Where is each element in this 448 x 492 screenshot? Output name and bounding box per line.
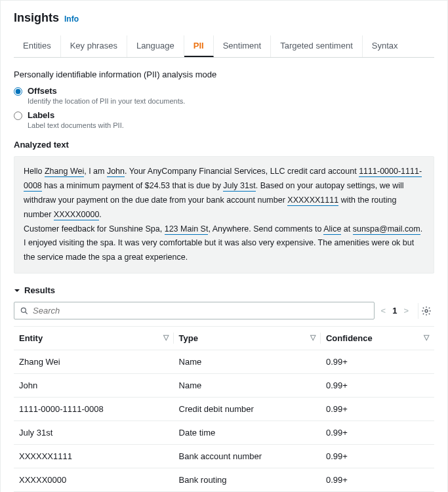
radio-offsets-desc: Identify the location of PII in your tex… xyxy=(28,97,185,105)
results-title: Results xyxy=(24,285,55,295)
tab-language[interactable]: Language xyxy=(127,35,184,57)
tab-targeted-sentiment[interactable]: Targeted sentiment xyxy=(271,35,363,57)
cell-type: Name xyxy=(174,374,321,398)
radio-group: Offsets Identify the location of PII in … xyxy=(14,86,434,129)
col-entity[interactable]: Entity▽ xyxy=(14,327,174,350)
cell-type: Date time xyxy=(174,421,321,445)
tabs: EntitiesKey phrasesLanguagePIISentimentT… xyxy=(14,35,434,58)
radio-labels-label: Labels xyxy=(28,110,124,120)
results-table: Entity▽ Type▽ Confidence▽ Zhang WeiName0… xyxy=(14,326,434,492)
tab-key-phrases[interactable]: Key phrases xyxy=(61,35,127,57)
radio-offsets-input[interactable] xyxy=(14,87,22,96)
table-row: July 31stDate time0.99+ xyxy=(14,421,434,445)
search-input[interactable] xyxy=(33,306,369,316)
cell-type: Name xyxy=(174,350,321,374)
cell-entity: Zhang Wei xyxy=(14,350,174,374)
cell-confidence: 0.99+ xyxy=(321,445,434,468)
tab-sentiment[interactable]: Sentiment xyxy=(214,35,272,57)
cell-entity: July 31st xyxy=(14,421,174,445)
pii-highlight: Alice xyxy=(323,224,341,235)
results-toggle[interactable]: Results xyxy=(14,285,434,295)
tab-entities[interactable]: Entities xyxy=(14,35,61,57)
cell-entity: XXXXX0000 xyxy=(14,468,174,492)
col-type[interactable]: Type▽ xyxy=(174,327,321,350)
pii-highlight: 123 Main St xyxy=(165,224,209,235)
tab-pii[interactable]: PII xyxy=(184,35,214,57)
radio-labels-input[interactable] xyxy=(14,112,22,120)
info-link[interactable]: Info xyxy=(64,14,79,24)
pager: < 1 > xyxy=(381,306,409,316)
radio-labels[interactable]: Labels Label text documents with PII. xyxy=(14,110,434,129)
gear-icon xyxy=(421,306,432,316)
cell-type: Bank routing xyxy=(174,468,321,492)
cell-confidence: 0.99+ xyxy=(321,374,434,398)
search-icon xyxy=(20,306,29,316)
pii-highlight: July 31st xyxy=(223,181,255,192)
cell-entity: John xyxy=(14,374,174,398)
pii-highlight: XXXXXX1111 xyxy=(287,195,338,206)
cell-entity: XXXXXX1111 xyxy=(14,445,174,468)
cell-confidence: 0.99+ xyxy=(321,350,434,374)
sort-icon: ▽ xyxy=(424,333,429,342)
chevron-down-icon xyxy=(14,287,20,294)
radio-labels-desc: Label text documents with PII. xyxy=(28,121,124,129)
table-row: JohnName0.99+ xyxy=(14,374,434,398)
tab-syntax[interactable]: Syntax xyxy=(363,35,407,57)
table-row: 1111-0000-1111-0008Credit debit number0.… xyxy=(14,398,434,421)
prev-page-button[interactable]: < xyxy=(381,306,386,316)
svg-line-1 xyxy=(26,312,28,314)
cell-confidence: 0.99+ xyxy=(321,398,434,421)
pii-highlight: Zhang Wei xyxy=(45,167,84,177)
sort-icon: ▽ xyxy=(163,333,169,342)
settings-button[interactable] xyxy=(418,303,434,319)
cell-type: Bank account number xyxy=(174,445,321,468)
analyzed-text-title: Analyzed text xyxy=(14,140,434,150)
col-confidence[interactable]: Confidence▽ xyxy=(321,327,434,350)
svg-point-2 xyxy=(425,310,428,312)
svg-point-0 xyxy=(21,308,26,312)
radio-offsets-label: Offsets xyxy=(28,86,185,96)
pii-highlight: XXXXX0000 xyxy=(54,210,100,220)
table-row: Zhang WeiName0.99+ xyxy=(14,350,434,374)
next-page-button[interactable]: > xyxy=(403,306,409,316)
pii-highlight: John xyxy=(107,167,125,177)
page-number: 1 xyxy=(392,306,397,316)
cell-type: Credit debit number xyxy=(174,398,321,421)
mode-label: Personally identifiable information (PII… xyxy=(14,70,434,79)
analyzed-text: Hello Zhang Wei, I am John. Your AnyComp… xyxy=(14,156,434,274)
radio-offsets[interactable]: Offsets Identify the location of PII in … xyxy=(14,86,434,105)
table-row: XXXXX0000Bank routing0.99+ xyxy=(14,468,434,492)
cell-confidence: 0.99+ xyxy=(321,468,434,492)
cell-confidence: 0.99+ xyxy=(321,421,434,445)
search-box[interactable] xyxy=(14,302,375,319)
cell-entity: 1111-0000-1111-0008 xyxy=(14,398,174,421)
table-row: XXXXXX1111Bank account number0.99+ xyxy=(14,445,434,468)
sort-icon: ▽ xyxy=(310,333,316,342)
page-title: Insights xyxy=(14,11,59,25)
pii-highlight: sunspa@mail.com xyxy=(353,224,420,235)
